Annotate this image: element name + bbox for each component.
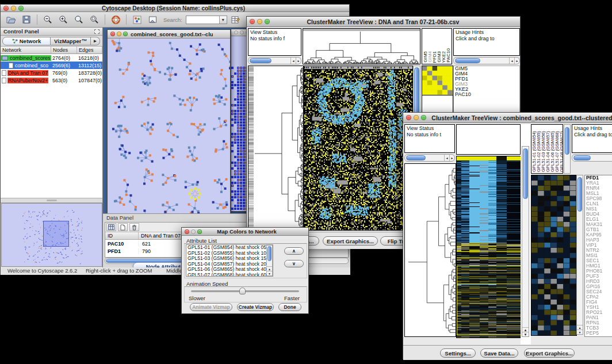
gene-label[interactable]: PAC10 — [454, 92, 519, 97]
scrollbar-thumb[interactable] — [406, 155, 426, 160]
col-nodes[interactable]: Nodes — [51, 47, 77, 53]
save-icon[interactable] — [20, 13, 33, 26]
scrollbar-thumb[interactable] — [523, 148, 528, 199]
network-frame-titlebar[interactable]: combined_scores_good.txt--cluste... — [108, 30, 230, 39]
network-table-row[interactable]: DNA and Tran 07 769(0) 183728(0) — [1, 69, 102, 76]
column-labels[interactable]: GIM5GIM4PFD1GIM3YKE2PAC10 — [422, 28, 452, 64]
scroll-up-icon[interactable]: ▲ — [267, 266, 272, 271]
vizmapper-icon[interactable] — [130, 13, 144, 26]
scroll-up-icon[interactable]: ▲ — [577, 325, 583, 329]
create-vizmap-button[interactable]: Create Vizmap — [237, 303, 274, 311]
heatmap-canvas[interactable] — [304, 66, 413, 231]
scroll-right-icon[interactable]: ▸ — [514, 58, 519, 64]
scroll-down-icon[interactable]: ▼ — [522, 332, 529, 336]
scroll-left-icon[interactable]: ◂ — [290, 58, 296, 64]
zoom-heatmap-canvas[interactable] — [422, 66, 453, 95]
treeview1-titlebar[interactable]: ClusterMaker TreeView : DNA and Tran 07-… — [247, 17, 520, 27]
minimize-button[interactable] — [240, 30, 244, 35]
settings-button[interactable]: Settings... — [440, 348, 476, 358]
main-titlebar[interactable]: Cytoscape Desktop (Session Name: collins… — [1, 5, 349, 12]
panel-divider[interactable] — [1, 198, 102, 203]
annotation-icon[interactable] — [146, 13, 159, 26]
close-button[interactable] — [250, 19, 255, 24]
zoom-fit-icon[interactable] — [87, 13, 101, 26]
zoom-vscrollbar[interactable]: ▲ ▼ — [576, 175, 583, 335]
scrollbar-thumb[interactable] — [250, 58, 271, 63]
search-input[interactable]: ▼ — [186, 16, 227, 24]
tab-vizmapper[interactable]: VizMapper™ — [51, 37, 91, 45]
scrollbar-thumb[interactable] — [573, 155, 591, 160]
scrollbar-thumb[interactable] — [267, 246, 271, 261]
column-dendrogram-area[interactable] — [456, 124, 521, 155]
zoom-out-icon[interactable] — [41, 13, 55, 26]
help-lifering-icon[interactable] — [109, 13, 123, 26]
scroll-down-icon[interactable]: ▼ — [267, 271, 272, 275]
col-edges[interactable]: Edges — [77, 47, 102, 53]
open-file-icon[interactable] — [4, 13, 18, 26]
tab-network[interactable]: Network — [2, 37, 51, 45]
move-up-button[interactable]: ∧ — [284, 247, 304, 255]
zoom-button[interactable] — [18, 6, 24, 11]
treeview2-titlebar[interactable]: ClusterMaker TreeView : combined_scores_… — [403, 113, 612, 123]
scroll-right-icon[interactable]: ▸ — [449, 155, 454, 161]
done-button[interactable]: Done — [278, 303, 301, 311]
create-attribute-icon[interactable] — [118, 223, 128, 231]
select-attributes-icon[interactable] — [106, 223, 116, 231]
export-graphics-button[interactable]: Export Graphics... — [323, 236, 378, 246]
network-table-row[interactable]: RNAPuberNov2+ 563(0) 107847(0) — [1, 76, 102, 84]
network-table-row[interactable]: combined_scores 2764(0) 16218(0) — [1, 54, 102, 62]
scroll-up-icon[interactable]: ▲ — [522, 327, 529, 332]
scrollbar-thumb[interactable] — [455, 58, 480, 63]
col-network[interactable]: Network — [1, 47, 51, 53]
save-data-button[interactable]: Save Data... — [480, 348, 518, 358]
column-labels[interactable]: GPL51-01 (GSM854)GPL51-02 (GSM855)GPL51-… — [531, 124, 563, 174]
float-panel-icon[interactable] — [94, 29, 100, 34]
usage-hints-hscrollbar[interactable] — [572, 154, 612, 162]
close-button[interactable] — [110, 32, 115, 36]
animate-vizmap-button[interactable]: Animate Vizmap — [190, 303, 232, 311]
animation-slider-thumb[interactable] — [239, 288, 246, 294]
column-dendrogram-canvas[interactable] — [303, 28, 420, 64]
tab-overflow-arrow[interactable]: ► — [91, 37, 100, 45]
scroll-left-icon[interactable]: ◂ — [509, 58, 514, 64]
dialog-titlebar[interactable]: Map Colors to Network — [182, 228, 308, 236]
chevron-down-icon[interactable]: ▼ — [219, 16, 227, 24]
zoom-button[interactable] — [123, 32, 128, 36]
scroll-down-icon[interactable]: ▼ — [577, 329, 583, 334]
scrollbar-thumb[interactable] — [565, 127, 569, 155]
heatmap-canvas[interactable] — [456, 156, 522, 338]
scroll-right-icon[interactable]: ▸ — [296, 58, 301, 64]
minimize-button[interactable] — [117, 32, 121, 36]
network-table-row[interactable]: combined_sco 2569(6) 13112(15) — [1, 62, 102, 69]
heatmap-vscrollbar[interactable]: ▲ ▼ — [522, 146, 529, 337]
search-field[interactable] — [186, 16, 219, 24]
column-label[interactable]: GPL51-08 (GSM872) — [560, 131, 563, 172]
close-button[interactable] — [3, 6, 9, 11]
view-status-hscrollbar[interactable]: ◂ ▸ — [404, 154, 455, 162]
close-button[interactable] — [406, 115, 411, 120]
usage-hints-hscrollbar[interactable]: ◂ ▸ — [453, 57, 520, 64]
attribute-list-scrollbar[interactable]: ▲ ▼ — [266, 245, 273, 276]
attribute-item[interactable]: GPL51-07 (GSM868) heat shock 60 min — [186, 273, 273, 277]
minimize-button[interactable] — [414, 115, 419, 120]
row-dendrogram-canvas[interactable] — [248, 66, 304, 231]
close-button[interactable] — [185, 229, 189, 234]
zoom-heatmap-canvas[interactable] — [531, 175, 577, 336]
column-label-scrollbar[interactable] — [564, 124, 571, 174]
row-dendrogram-canvas[interactable] — [404, 163, 456, 337]
minimize-button[interactable] — [11, 6, 16, 11]
minimize-button[interactable] — [191, 229, 196, 234]
scrollbar-thumb[interactable] — [577, 177, 582, 212]
network-canvas[interactable] — [108, 39, 230, 217]
zoom-button[interactable] — [265, 19, 270, 24]
export-graphics-button[interactable]: Export Graphics... — [524, 348, 575, 358]
zoom-button[interactable] — [197, 229, 202, 234]
scroll-left-icon[interactable]: ◂ — [444, 155, 449, 161]
move-down-button[interactable]: ∨ — [284, 260, 304, 267]
zoom-in-icon[interactable] — [56, 13, 70, 26]
zoom-selected-icon[interactable] — [72, 13, 86, 26]
gene-label[interactable]: MON2 — [585, 336, 612, 337]
attribute-table-icon[interactable] — [229, 13, 243, 26]
col-id[interactable]: ID — [105, 232, 139, 239]
zoom-button[interactable] — [421, 115, 426, 120]
